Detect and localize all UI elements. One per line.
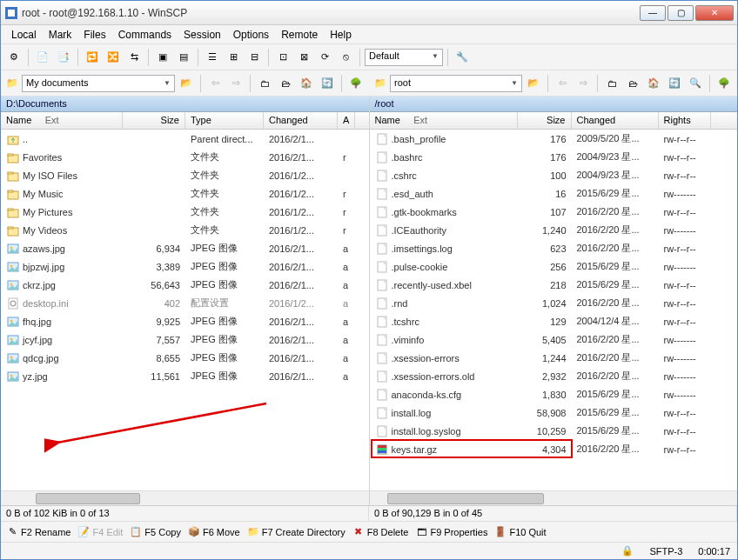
remote-tree-icon[interactable]: 🌳	[715, 74, 734, 93]
maximize-button[interactable]: ▢	[668, 5, 694, 21]
local-back-icon[interactable]: ⇦	[205, 74, 225, 93]
local-hscroll[interactable]	[1, 490, 369, 505]
menu-commands[interactable]: Commands	[113, 27, 177, 43]
table-row[interactable]: My Pictures文件夹2016/1/2...r	[1, 203, 369, 221]
f8-delete[interactable]: ✖F8 Delete	[352, 526, 409, 538]
local-fwd-icon[interactable]: ⇨	[226, 74, 245, 93]
col-name[interactable]: Name Ext	[370, 112, 518, 129]
local-home-icon[interactable]: 🏠	[297, 74, 316, 93]
menu-help[interactable]: Help	[325, 27, 357, 43]
remote-back-icon[interactable]: ⇦	[553, 74, 572, 93]
find-icon[interactable]: ⊠	[294, 48, 313, 67]
table-row[interactable]: .gtk-bookmarks1072016/2/20 星...rw-r--r--	[370, 203, 738, 221]
table-row[interactable]: desktop.ini402配置设置2016/1/2...a	[1, 294, 369, 312]
table-row[interactable]: .tcshrc1292004/12/4 星...rw-r--r--	[370, 312, 738, 330]
col-attrs[interactable]: A	[338, 112, 355, 129]
table-row[interactable]: .imsettings.log6232016/2/20 星...rw-r--r-…	[370, 239, 738, 257]
remote-refresh-icon[interactable]: 🔄	[665, 74, 684, 93]
remote-folder-combo[interactable]: root	[390, 75, 522, 92]
compare-icon[interactable]: 🔀	[104, 48, 123, 67]
col-rights[interactable]: Rights	[659, 112, 711, 129]
local-open-icon[interactable]: 📂	[177, 74, 196, 93]
remote-filelist[interactable]: .bash_profile1762009/5/20 星...rw-r--r--.…	[370, 130, 738, 490]
preferences-icon[interactable]: 🔧	[453, 48, 472, 67]
menu-local[interactable]: Local	[6, 27, 42, 43]
transfer-preset-combo[interactable]: Default	[365, 49, 443, 66]
remote-open-icon[interactable]: 📂	[524, 74, 543, 93]
table-row[interactable]: .viminfo5,4052016/2/20 星...rw-------	[370, 330, 738, 349]
f2-rename[interactable]: ✎F2 Rename	[6, 526, 70, 538]
table-row[interactable]: .xsession-errors.old2,9322016/2/20 星...r…	[370, 367, 738, 385]
f6-move[interactable]: 📦F6 Move	[188, 526, 240, 538]
console-icon[interactable]: ▤	[174, 48, 193, 67]
table-row[interactable]: .cshrc1002004/9/23 星...rw-r--r--	[370, 166, 738, 184]
table-row[interactable]: .bashrc1762004/9/23 星...rw-r--r--	[370, 148, 738, 166]
new-session-icon[interactable]: 📄	[33, 48, 52, 67]
filter-icon[interactable]: ⊡	[273, 48, 292, 67]
f7-mkdir[interactable]: 📁F7 Create Directory	[247, 526, 346, 538]
table-row[interactable]: anaconda-ks.cfg1,8302015/6/29 星...rw----…	[370, 385, 738, 403]
local-refresh-icon[interactable]: 🔄	[318, 74, 337, 93]
f9-properties[interactable]: 🗔F9 Properties	[415, 526, 487, 538]
remote-find-icon[interactable]: 🔍	[686, 74, 705, 93]
remote-hscroll[interactable]	[370, 490, 738, 505]
table-row[interactable]: .esd_auth162015/6/29 星...rw-------	[370, 184, 738, 203]
local-tree-icon[interactable]: 🌳	[346, 74, 366, 93]
save-session-icon[interactable]: 📑	[54, 48, 73, 67]
col-changed[interactable]: Changed	[264, 112, 338, 129]
gear-icon[interactable]: ⚙	[4, 48, 23, 67]
table-row[interactable]: install.log.syslog10,2592015/6/29 星...rw…	[370, 422, 738, 440]
table-row[interactable]: My ISO Files文件夹2016/1/2...	[1, 166, 369, 184]
menu-remote[interactable]: Remote	[276, 27, 323, 43]
table-row[interactable]: ckrz.jpg56,643JPEG 图像2016/2/1...a	[1, 276, 369, 294]
add-icon[interactable]: ⊞	[224, 48, 243, 67]
queue-icon[interactable]: ☰	[203, 48, 222, 67]
table-row[interactable]: jcyf.jpg7,557JPEG 图像2016/2/1...a	[1, 330, 369, 349]
table-row[interactable]: My Videos文件夹2016/1/2...r	[1, 221, 369, 239]
remote-fwd-icon[interactable]: ⇨	[574, 74, 593, 93]
table-row[interactable]: fhq.jpg9,925JPEG 图像2016/2/1...a	[1, 312, 369, 330]
table-row[interactable]: .pulse-cookie2562015/6/29 星...rw-------	[370, 257, 738, 276]
col-type[interactable]: Type	[185, 112, 264, 129]
table-row[interactable]: ..Parent direct...2016/2/1...	[1, 130, 369, 148]
local-parent-icon[interactable]: 🗀	[255, 74, 274, 93]
menu-options[interactable]: Options	[228, 27, 274, 43]
close-button[interactable]: ✕	[695, 5, 734, 21]
f4-edit[interactable]: 📝F4 Edit	[77, 526, 123, 538]
remove-icon[interactable]: ⊟	[245, 48, 264, 67]
table-row[interactable]: My Music文件夹2016/1/2...r	[1, 184, 369, 203]
local-root-icon[interactable]: 🗁	[276, 74, 295, 93]
col-size[interactable]: Size	[518, 112, 572, 129]
col-changed[interactable]: Changed	[572, 112, 659, 129]
local-folder-combo[interactable]: My documents	[22, 75, 175, 92]
menu-files[interactable]: Files	[78, 27, 111, 43]
table-row[interactable]: .ICEauthority1,2402016/2/20 星...rw------…	[370, 221, 738, 239]
menu-mark[interactable]: Mark	[44, 27, 77, 43]
table-row[interactable]: keys.tar.gz4,3042016/2/20 星...rw-r--r--	[370, 440, 738, 458]
remote-bookmark2-icon[interactable]: 🗁	[623, 74, 642, 93]
local-filelist[interactable]: ..Parent direct...2016/2/1...Favorites文件…	[1, 130, 369, 490]
table-row[interactable]: .recently-used.xbel2182015/6/29 星...rw-r…	[370, 276, 738, 294]
refresh-all-icon[interactable]: ⟳	[315, 48, 334, 67]
table-row[interactable]: Favorites文件夹2016/2/1...r	[1, 148, 369, 166]
table-row[interactable]: qdcg.jpg8,655JPEG 图像2016/2/1...a	[1, 349, 369, 367]
remote-home-icon[interactable]: 🏠	[644, 74, 663, 93]
col-size[interactable]: Size	[123, 112, 185, 129]
sync-browse-icon[interactable]: ⇆	[124, 48, 144, 67]
table-row[interactable]: install.log58,9082015/6/29 星...rw-r--r--	[370, 403, 738, 422]
remote-bookmark1-icon[interactable]: 🗀	[602, 74, 621, 93]
f10-quit[interactable]: 🚪F10 Quit	[494, 526, 546, 538]
menu-session[interactable]: Session	[178, 27, 226, 43]
table-row[interactable]: .bash_profile1762009/5/20 星...rw-r--r--	[370, 130, 738, 148]
table-row[interactable]: azaws.jpg6,934JPEG 图像2016/2/1...a	[1, 239, 369, 257]
stop-icon[interactable]: ⦸	[336, 48, 355, 67]
f5-copy[interactable]: 📋F5 Copy	[130, 526, 181, 538]
sync-icon[interactable]: 🔁	[83, 48, 102, 67]
table-row[interactable]: .xsession-errors1,2442016/2/20 星...rw---…	[370, 349, 738, 367]
table-row[interactable]: yz.jpg11,561JPEG 图像2016/2/1...a	[1, 367, 369, 385]
minimize-button[interactable]: —	[640, 5, 666, 21]
table-row[interactable]: bjpzwj.jpg3,389JPEG 图像2016/2/1...a	[1, 257, 369, 276]
terminal-icon[interactable]: ▣	[153, 48, 172, 67]
table-row[interactable]: .rnd1,0242016/2/20 星...rw-r--r--	[370, 294, 738, 312]
col-name[interactable]: Name Ext	[1, 112, 123, 129]
